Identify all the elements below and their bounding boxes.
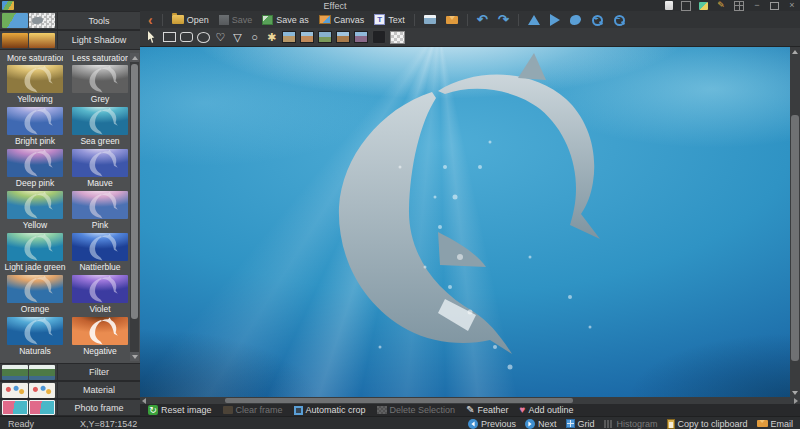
effect-thumbnail[interactable] — [72, 317, 128, 345]
cut-tool-icon[interactable] — [372, 30, 386, 44]
add-outline-button[interactable]: ♥Add outline — [520, 405, 574, 415]
effect-item-yellow[interactable]: Yellow — [7, 191, 63, 232]
redo-button[interactable]: ↷ — [494, 14, 513, 26]
effect-thumbnail[interactable] — [7, 275, 63, 303]
scroll-up-icon[interactable] — [130, 53, 139, 62]
effect-item-sea-green[interactable]: Sea green — [72, 107, 128, 148]
scroll-up-icon[interactable] — [790, 47, 800, 56]
lasso-select-tool[interactable]: ○ — [248, 31, 261, 44]
effect-thumbnail[interactable] — [7, 65, 63, 93]
effect-thumbnail[interactable] — [72, 149, 128, 177]
save-as-button[interactable]: Save as — [258, 14, 313, 26]
polygon-select-tool[interactable]: ▽ — [231, 31, 244, 44]
clear-frame-button[interactable]: Clear frame — [223, 405, 283, 415]
print-button[interactable] — [420, 14, 440, 25]
sidebar-item-filter[interactable]: Filter — [0, 363, 140, 381]
sidebar-item-material[interactable]: Material — [0, 381, 140, 399]
copy-to-clipboard-button[interactable]: Copy to clipboard — [667, 419, 748, 429]
effect-thumbnail[interactable] — [72, 107, 128, 135]
layout-grid-icon[interactable] — [734, 1, 744, 11]
magic-wand-tool[interactable]: ✱ — [265, 31, 278, 44]
effect-item-nattierblue[interactable]: Nattierblue — [72, 233, 128, 274]
scroll-left-icon[interactable] — [140, 397, 148, 404]
photo-preset-1[interactable] — [282, 31, 296, 43]
sidebar-item-tools[interactable]: Tools — [0, 11, 140, 30]
effects-scrollbar[interactable] — [130, 53, 139, 361]
effect-thumbnail[interactable] — [7, 149, 63, 177]
email-icon — [757, 420, 768, 427]
effect-item-violet[interactable]: Violet — [72, 275, 128, 316]
effect-thumbnail[interactable] — [72, 275, 128, 303]
effect-item-orange[interactable]: Orange — [7, 275, 63, 316]
text-button[interactable]: TText — [370, 13, 409, 26]
rectangle-select-tool[interactable] — [163, 31, 176, 44]
zoom-out-button[interactable]: − — [609, 13, 629, 27]
horizontal-scrollbar-thumb[interactable] — [225, 398, 573, 403]
effect-item-naturals[interactable]: Naturals — [7, 317, 63, 358]
email-button[interactable] — [442, 15, 462, 25]
effect-thumbnail[interactable] — [72, 233, 128, 261]
effect-item-mauve[interactable]: Mauve — [72, 149, 128, 190]
photo-preset-2[interactable] — [300, 31, 314, 43]
open-button[interactable]: Open — [168, 14, 213, 26]
effect-thumbnail[interactable] — [7, 191, 63, 219]
undo-button[interactable]: ↶ — [473, 14, 492, 26]
effect-item-grey[interactable]: Grey — [72, 65, 128, 106]
save-button[interactable]: Save — [215, 14, 257, 26]
photo-preset-5[interactable] — [354, 31, 368, 43]
effect-item-deep-pink[interactable]: Deep pink — [7, 149, 63, 190]
sidebar-item-photo-frame[interactable]: Photo frame — [0, 399, 140, 416]
divider — [414, 14, 415, 26]
effect-thumbnail[interactable] — [7, 107, 63, 135]
rotate-button[interactable] — [566, 14, 585, 26]
heart-select-tool[interactable]: ♡ — [214, 31, 227, 44]
email-button[interactable]: Email — [757, 419, 794, 429]
grid-toggle[interactable]: Grid — [566, 419, 595, 429]
automatic-crop-button[interactable]: Automatic crop — [294, 405, 366, 415]
feather-button[interactable]: ✎Feather — [466, 405, 508, 415]
new-document-icon[interactable] — [665, 1, 673, 10]
effect-thumbnail[interactable] — [7, 233, 63, 261]
rounded-rectangle-select-tool[interactable] — [180, 31, 193, 44]
effect-item-negative[interactable]: Negative — [72, 317, 128, 358]
effect-thumbnail[interactable] — [72, 191, 128, 219]
photo-preset-3[interactable] — [318, 31, 332, 43]
photo-preset-4[interactable] — [336, 31, 350, 43]
effect-thumbnail[interactable] — [72, 65, 128, 93]
effect-thumbnail[interactable] — [7, 317, 63, 345]
effect-item-yellowing[interactable]: Yellowing — [7, 65, 63, 106]
transparency-icon[interactable] — [390, 31, 405, 44]
back-button[interactable]: ‹ — [144, 15, 157, 25]
flip-vertical-button[interactable] — [524, 14, 544, 26]
effect-item-bright-pink[interactable]: Bright pink — [7, 107, 63, 148]
previous-button[interactable]: Previous — [468, 419, 516, 429]
canvas-vertical-scrollbar[interactable] — [790, 47, 800, 397]
image-canvas[interactable] — [140, 47, 790, 397]
select-cursor-tool[interactable] — [146, 31, 159, 44]
close-button[interactable]: × — [787, 1, 797, 10]
flip-horizontal-button[interactable] — [546, 13, 564, 27]
reset-image-button[interactable]: ↻Reset image — [148, 405, 212, 415]
effect-item-light-jade-green[interactable]: Light jade green — [7, 233, 63, 274]
minimize-button[interactable]: − — [752, 1, 762, 10]
histogram-button[interactable]: Histogram — [604, 419, 658, 429]
effects-panel: More saturation Y... Less saturation Yel… — [0, 50, 140, 363]
pencil-icon[interactable]: ✎ — [716, 1, 726, 10]
effect-label: Grey — [72, 93, 128, 105]
sidebar-item-light-shadow[interactable]: Light Shadow — [0, 30, 140, 50]
delete-selection-button[interactable]: Delete Selection — [377, 405, 456, 415]
next-button[interactable]: Next — [525, 419, 557, 429]
zoom-in-button[interactable]: + — [587, 13, 607, 27]
scroll-right-icon[interactable] — [792, 397, 800, 404]
maximize-button[interactable] — [770, 2, 779, 10]
ellipse-select-tool[interactable] — [197, 31, 210, 44]
canvas-button[interactable]: Canvas — [315, 14, 369, 26]
vertical-scrollbar-thumb[interactable] — [791, 115, 799, 361]
effects-scrollbar-thumb[interactable] — [131, 64, 138, 319]
scroll-down-icon[interactable] — [130, 352, 139, 361]
effect-item-pink[interactable]: Pink — [72, 191, 128, 232]
canvas-horizontal-scrollbar[interactable] — [140, 397, 800, 404]
scroll-down-icon[interactable] — [790, 388, 800, 397]
image-icon[interactable] — [699, 2, 708, 10]
fullscreen-icon[interactable] — [681, 1, 691, 11]
